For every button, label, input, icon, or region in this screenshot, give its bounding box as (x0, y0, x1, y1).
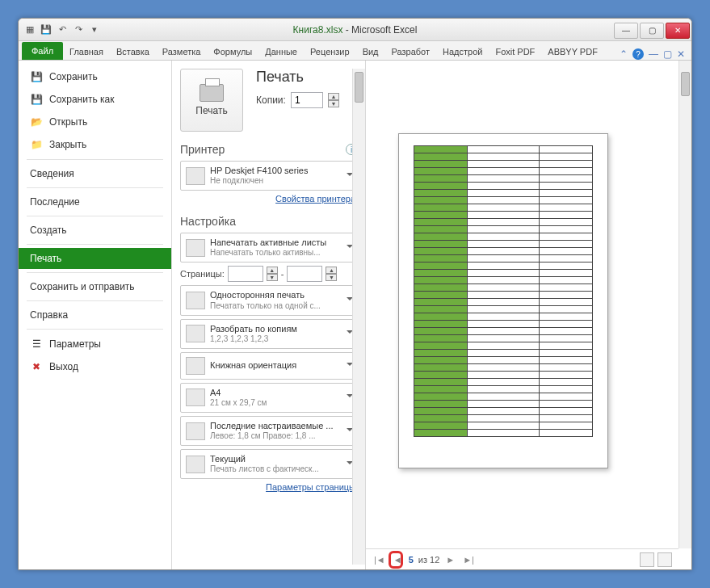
print-what-selector[interactable]: Напечатать активные листыНапечатать толь… (180, 233, 357, 262)
tab-вставка[interactable]: Вставка (110, 44, 156, 60)
tab-надстрой[interactable]: Надстрой (436, 44, 489, 60)
app-window: ▦ 💾 ↶ ↷ ▾ Книга8.xlsx - Microsoft Excel … (18, 18, 692, 570)
margins-icon (186, 422, 205, 440)
copies-label: Копии: (256, 94, 286, 106)
pages-to-input[interactable] (287, 266, 322, 282)
nav-separator (27, 159, 163, 160)
nav-share[interactable]: Сохранить и отправить (19, 276, 171, 297)
pages-label: Страницы: (180, 269, 225, 279)
current-page-number[interactable]: 5 (409, 555, 414, 565)
nav-close[interactable]: 📁Закрыть (19, 133, 171, 156)
last-page-button[interactable]: ►| (461, 555, 476, 565)
window-controls: — ▢ ✕ (614, 21, 691, 39)
nav-exit[interactable]: ✖Выход (19, 355, 171, 378)
tab-разработ[interactable]: Разработ (385, 44, 436, 60)
show-margins-button[interactable] (640, 552, 654, 567)
nav-info[interactable]: Сведения (19, 163, 171, 184)
pages-from-spinner[interactable]: ▲▼ (267, 267, 278, 281)
maximize-button[interactable]: ▢ (640, 23, 664, 39)
tab-разметка[interactable]: Разметка (156, 44, 208, 60)
print-settings-pane: Печать Печать Копии: ▲▼ Принтерi HP Desk… (172, 61, 366, 569)
scaling-icon (186, 456, 205, 473)
paper-size-selector[interactable]: A421 см x 29,7 см (180, 383, 357, 413)
nav-save-as[interactable]: 💾Сохранить как (19, 88, 171, 111)
tab-данные[interactable]: Данные (258, 44, 304, 60)
printer-selector[interactable]: HP Deskjet F4100 seriesНе подключен (180, 161, 357, 191)
preview-statusbar: |◄ ◄ 5 из 12 ► ►| (366, 548, 678, 569)
minimize-button[interactable]: — (614, 23, 638, 39)
scrollbar-thumb[interactable] (681, 72, 690, 96)
qat-more-icon[interactable]: ▾ (88, 23, 101, 36)
document-filename: Книга8.xlsx (293, 24, 343, 36)
help-icon[interactable]: ? (632, 48, 644, 60)
scrollbar-thumb[interactable] (355, 72, 363, 103)
copies-spinner[interactable]: ▲▼ (328, 93, 339, 107)
nav-separator (27, 216, 163, 216)
first-page-button[interactable]: |◄ (372, 555, 387, 565)
orientation-selector[interactable]: Книжная ориентация (180, 352, 357, 380)
undo-icon[interactable]: ↶ (56, 23, 69, 36)
printer-properties-link[interactable]: Свойства принтера (180, 194, 355, 204)
scaling-selector[interactable]: ТекущийПечать листов с фактическ... (180, 449, 357, 479)
print-preview-pane: |◄ ◄ 5 из 12 ► ►| (366, 61, 691, 569)
tab-главная[interactable]: Главная (63, 44, 110, 60)
save-as-icon: 💾 (30, 93, 43, 106)
tab-рецензир[interactable]: Рецензир (304, 44, 356, 60)
ribbon-help-area: ⌃ ? — ▢ ✕ (620, 48, 691, 60)
margins-selector[interactable]: Последние настраиваемые ...Левое: 1,8 см… (180, 416, 357, 446)
tab-формулы[interactable]: Формулы (207, 44, 258, 60)
print-button[interactable]: Печать (180, 69, 243, 132)
tab-foxit pdf[interactable]: Foxit PDF (489, 44, 541, 60)
close-file-icon: 📁 (30, 138, 43, 151)
nav-options[interactable]: ☰Параметры (19, 333, 171, 355)
close-button[interactable]: ✕ (666, 23, 690, 39)
doc-restore-icon[interactable]: ▢ (663, 48, 672, 60)
window-title: Книга8.xlsx - Microsoft Excel (19, 24, 691, 36)
tab-abbyy pdf[interactable]: ABBYY PDF (541, 44, 604, 60)
nav-open[interactable]: 📂Открыть (19, 111, 171, 133)
printer-section-header: Принтер (180, 143, 225, 156)
backstage: 💾Сохранить 💾Сохранить как 📂Открыть 📁Закр… (19, 61, 691, 569)
page-setup-link[interactable]: Параметры страницы (180, 482, 355, 492)
nav-print[interactable]: Печать (19, 248, 171, 269)
nav-separator (27, 300, 163, 301)
print-header: Печать (256, 69, 339, 86)
options-icon: ☰ (30, 338, 43, 351)
save-icon[interactable]: 💾 (40, 23, 53, 36)
doc-minimize-icon[interactable]: — (649, 48, 658, 60)
tab-file[interactable]: Файл (22, 42, 63, 60)
preview-page (398, 133, 608, 468)
printer-icon (200, 84, 224, 102)
collate-icon (186, 325, 205, 342)
printer-device-icon (186, 167, 205, 185)
doc-close-icon[interactable]: ✕ (677, 48, 685, 60)
open-icon: 📂 (30, 116, 43, 128)
collate-selector[interactable]: Разобрать по копиям1,2,3 1,2,3 1,2,3 (180, 319, 357, 349)
copies-input[interactable] (291, 92, 323, 108)
sheets-icon (186, 239, 205, 257)
nav-recent[interactable]: Последние (19, 191, 171, 212)
next-page-button[interactable]: ► (444, 555, 456, 565)
titlebar: ▦ 💾 ↶ ↷ ▾ Книга8.xlsx - Microsoft Excel … (19, 19, 691, 41)
one-sided-icon (186, 292, 205, 309)
prev-page-button[interactable]: ◄ (392, 555, 404, 565)
nav-new[interactable]: Создать (19, 220, 171, 241)
nav-save[interactable]: 💾Сохранить (19, 65, 171, 88)
portrait-icon (186, 357, 205, 375)
zoom-to-page-button[interactable] (657, 552, 672, 567)
nav-separator (27, 272, 163, 273)
quick-access-toolbar: ▦ 💾 ↶ ↷ ▾ (19, 23, 106, 36)
page-of-label: из 12 (418, 555, 439, 565)
preview-scrollbar[interactable] (678, 61, 691, 548)
ribbon-minimize-icon[interactable]: ⌃ (620, 48, 628, 60)
nav-separator (27, 244, 163, 245)
ribbon-tabs: Файл ГлавнаяВставкаРазметкаФормулыДанные… (19, 41, 691, 61)
pages-to-spinner[interactable]: ▲▼ (326, 267, 337, 281)
settings-scrollbar[interactable] (352, 69, 365, 565)
pages-from-input[interactable] (228, 266, 263, 282)
backstage-nav: 💾Сохранить 💾Сохранить как 📂Открыть 📁Закр… (19, 61, 172, 569)
redo-icon[interactable]: ↷ (72, 23, 85, 36)
tab-вид[interactable]: Вид (356, 44, 385, 60)
sides-selector[interactable]: Односторонняя печатьПечатать только на о… (180, 285, 357, 315)
nav-help[interactable]: Справка (19, 304, 171, 326)
